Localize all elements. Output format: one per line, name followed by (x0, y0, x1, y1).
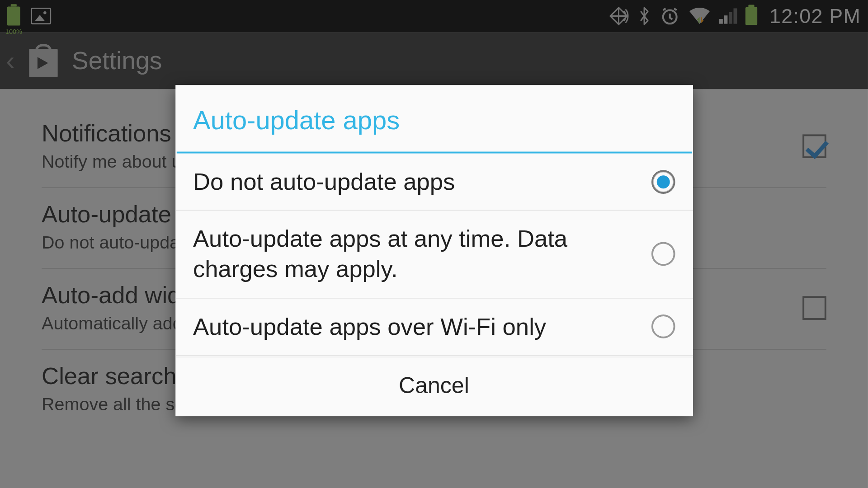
option-label: Do not auto-update apps (193, 166, 651, 197)
option-auto-update-any-time[interactable]: Auto-update apps at any time. Data charg… (175, 211, 693, 298)
option-label: Auto-update apps over Wi-Fi only (193, 311, 651, 342)
option-auto-update-wifi-only[interactable]: Auto-update apps over Wi-Fi only (175, 298, 693, 356)
radio-selected-icon[interactable] (651, 170, 675, 194)
cancel-button[interactable]: Cancel (175, 357, 693, 416)
radio-icon[interactable] (651, 314, 675, 338)
screen-root: 100% 12:02 PM ‹ (0, 0, 868, 488)
option-do-not-auto-update[interactable]: Do not auto-update apps (175, 154, 693, 211)
option-label: Auto-update apps at any time. Data charg… (193, 224, 651, 285)
radio-icon[interactable] (651, 242, 675, 266)
dialog-title: Auto-update apps (175, 85, 693, 151)
auto-update-dialog: Auto-update apps Do not auto-update apps… (175, 85, 693, 416)
